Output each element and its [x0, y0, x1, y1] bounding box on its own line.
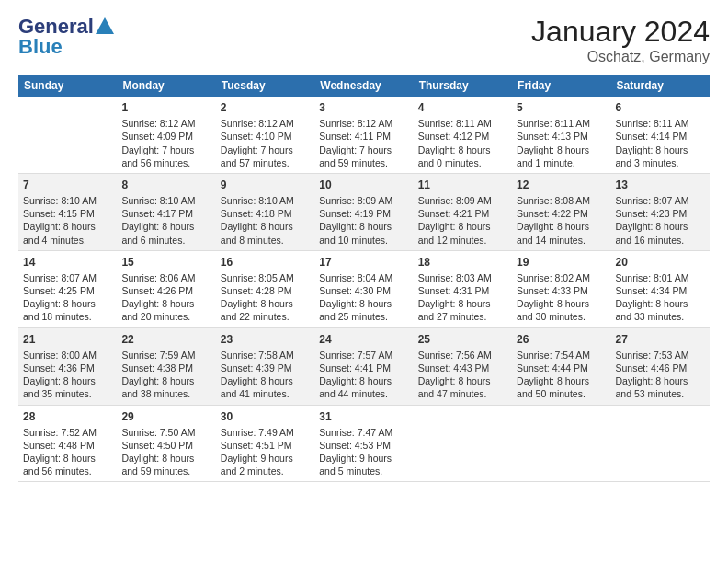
day-info: Sunrise: 8:12 AMSunset: 4:09 PMDaylight:…: [121, 117, 210, 169]
day-info: Sunrise: 8:10 AMSunset: 4:15 PMDaylight:…: [23, 194, 112, 247]
calendar-cell: [18, 97, 117, 173]
day-info: Sunrise: 7:57 AMSunset: 4:41 PMDaylight:…: [319, 349, 408, 401]
day-number: 6: [616, 100, 705, 115]
day-info: Sunrise: 8:02 AMSunset: 4:33 PMDaylight:…: [517, 271, 606, 324]
day-number: 16: [221, 255, 310, 270]
calendar-cell: 23Sunrise: 7:58 AMSunset: 4:39 PMDayligh…: [216, 327, 314, 405]
day-info: Sunrise: 8:10 AMSunset: 4:17 PMDaylight:…: [121, 194, 210, 247]
day-info: Sunrise: 8:06 AMSunset: 4:26 PMDaylight:…: [121, 271, 210, 324]
day-number: 10: [319, 178, 408, 192]
day-number: 19: [517, 255, 606, 270]
day-number: 23: [221, 332, 310, 347]
day-info: Sunrise: 7:52 AMSunset: 4:48 PMDaylight:…: [23, 426, 112, 478]
day-number: 4: [418, 100, 507, 115]
calendar-cell: 2Sunrise: 8:12 AMSunset: 4:10 PMDaylight…: [216, 97, 314, 173]
day-number: 24: [319, 332, 408, 347]
day-number: 8: [121, 178, 210, 192]
week-row-1: 1Sunrise: 8:12 AMSunset: 4:09 PMDaylight…: [18, 97, 710, 173]
logo-blue: Blue: [18, 35, 63, 59]
day-info: Sunrise: 8:09 AMSunset: 4:21 PMDaylight:…: [418, 194, 507, 247]
calendar-cell: 13Sunrise: 8:07 AMSunset: 4:23 PMDayligh…: [611, 173, 710, 250]
day-number: 26: [517, 332, 606, 347]
week-row-2: 7Sunrise: 8:10 AMSunset: 4:15 PMDaylight…: [18, 173, 710, 250]
day-info: Sunrise: 7:49 AMSunset: 4:51 PMDaylight:…: [221, 426, 310, 478]
calendar-cell: 29Sunrise: 7:50 AMSunset: 4:50 PMDayligh…: [117, 405, 215, 482]
week-row-3: 14Sunrise: 8:07 AMSunset: 4:25 PMDayligh…: [18, 250, 710, 327]
day-number: 12: [517, 178, 606, 192]
day-info: Sunrise: 8:01 AMSunset: 4:34 PMDaylight:…: [616, 271, 705, 324]
calendar-cell: 3Sunrise: 8:12 AMSunset: 4:11 PMDaylight…: [314, 97, 413, 173]
calendar-cell: 1Sunrise: 8:12 AMSunset: 4:09 PMDaylight…: [117, 97, 215, 173]
day-info: Sunrise: 8:11 AMSunset: 4:14 PMDaylight:…: [616, 117, 705, 169]
month-title: January 2024: [531, 15, 710, 49]
day-number: 22: [121, 332, 210, 347]
title-block: January 2024 Oschatz, Germany: [531, 15, 710, 65]
location: Oschatz, Germany: [531, 49, 710, 65]
calendar-cell: 22Sunrise: 7:59 AMSunset: 4:38 PMDayligh…: [117, 327, 215, 405]
column-header-wednesday: Wednesday: [314, 75, 413, 97]
day-number: 17: [319, 255, 408, 270]
day-number: 2: [221, 100, 310, 115]
calendar-cell: [512, 405, 610, 482]
calendar-cell: 17Sunrise: 8:04 AMSunset: 4:30 PMDayligh…: [314, 250, 413, 327]
day-info: Sunrise: 7:54 AMSunset: 4:44 PMDaylight:…: [517, 349, 606, 401]
column-header-thursday: Thursday: [414, 75, 512, 97]
day-info: Sunrise: 8:08 AMSunset: 4:22 PMDaylight:…: [517, 194, 606, 247]
calendar-cell: [414, 405, 512, 482]
day-number: 9: [221, 178, 310, 192]
day-number: 21: [23, 332, 112, 347]
calendar-cell: 21Sunrise: 8:00 AMSunset: 4:36 PMDayligh…: [18, 327, 117, 405]
day-number: 28: [23, 409, 112, 424]
day-number: 13: [616, 178, 705, 192]
calendar-cell: 11Sunrise: 8:09 AMSunset: 4:21 PMDayligh…: [414, 173, 512, 250]
day-number: 20: [616, 255, 705, 270]
week-row-5: 28Sunrise: 7:52 AMSunset: 4:48 PMDayligh…: [18, 405, 710, 482]
column-header-tuesday: Tuesday: [216, 75, 314, 97]
calendar-cell: [611, 405, 710, 482]
calendar-cell: 5Sunrise: 8:11 AMSunset: 4:13 PMDaylight…: [512, 97, 610, 173]
calendar-cell: 31Sunrise: 7:47 AMSunset: 4:53 PMDayligh…: [314, 405, 413, 482]
day-info: Sunrise: 7:50 AMSunset: 4:50 PMDaylight:…: [121, 426, 210, 478]
logo: General Blue: [18, 15, 114, 59]
calendar-cell: 26Sunrise: 7:54 AMSunset: 4:44 PMDayligh…: [512, 327, 610, 405]
day-info: Sunrise: 8:12 AMSunset: 4:10 PMDaylight:…: [221, 117, 310, 169]
calendar-cell: 30Sunrise: 7:49 AMSunset: 4:51 PMDayligh…: [216, 405, 314, 482]
day-info: Sunrise: 8:09 AMSunset: 4:19 PMDaylight:…: [319, 194, 408, 247]
calendar-cell: 20Sunrise: 8:01 AMSunset: 4:34 PMDayligh…: [611, 250, 710, 327]
day-number: 3: [319, 100, 408, 115]
day-number: 11: [418, 178, 507, 192]
calendar-cell: 16Sunrise: 8:05 AMSunset: 4:28 PMDayligh…: [216, 250, 314, 327]
column-header-monday: Monday: [117, 75, 215, 97]
day-number: 1: [121, 100, 210, 115]
day-info: Sunrise: 7:59 AMSunset: 4:38 PMDaylight:…: [121, 349, 210, 401]
day-number: 29: [121, 409, 210, 424]
calendar-cell: 4Sunrise: 8:11 AMSunset: 4:12 PMDaylight…: [414, 97, 512, 173]
calendar-cell: 9Sunrise: 8:10 AMSunset: 4:18 PMDaylight…: [216, 173, 314, 250]
day-info: Sunrise: 8:03 AMSunset: 4:31 PMDaylight:…: [418, 271, 507, 324]
calendar-cell: 15Sunrise: 8:06 AMSunset: 4:26 PMDayligh…: [117, 250, 215, 327]
day-info: Sunrise: 8:07 AMSunset: 4:25 PMDaylight:…: [23, 271, 112, 324]
calendar-table: SundayMondayTuesdayWednesdayThursdayFrid…: [18, 75, 710, 482]
calendar-cell: 10Sunrise: 8:09 AMSunset: 4:19 PMDayligh…: [314, 173, 413, 250]
column-header-saturday: Saturday: [611, 75, 710, 97]
day-number: 31: [319, 409, 408, 424]
header: General Blue January 2024 Oschatz, Germa…: [18, 15, 710, 65]
calendar-cell: 7Sunrise: 8:10 AMSunset: 4:15 PMDaylight…: [18, 173, 117, 250]
day-info: Sunrise: 8:11 AMSunset: 4:12 PMDaylight:…: [418, 117, 507, 169]
calendar-cell: 8Sunrise: 8:10 AMSunset: 4:17 PMDaylight…: [117, 173, 215, 250]
calendar-cell: 19Sunrise: 8:02 AMSunset: 4:33 PMDayligh…: [512, 250, 610, 327]
calendar-cell: 14Sunrise: 8:07 AMSunset: 4:25 PMDayligh…: [18, 250, 117, 327]
day-number: 27: [616, 332, 705, 347]
logo-triangle-icon: [96, 17, 114, 34]
day-info: Sunrise: 8:00 AMSunset: 4:36 PMDaylight:…: [23, 349, 112, 401]
week-row-4: 21Sunrise: 8:00 AMSunset: 4:36 PMDayligh…: [18, 327, 710, 405]
column-header-sunday: Sunday: [18, 75, 117, 97]
day-info: Sunrise: 8:12 AMSunset: 4:11 PMDaylight:…: [319, 117, 408, 169]
day-info: Sunrise: 7:56 AMSunset: 4:43 PMDaylight:…: [418, 349, 507, 401]
day-number: 5: [517, 100, 606, 115]
day-info: Sunrise: 8:07 AMSunset: 4:23 PMDaylight:…: [616, 194, 705, 247]
day-number: 30: [221, 409, 310, 424]
day-number: 15: [121, 255, 210, 270]
calendar-cell: 25Sunrise: 7:56 AMSunset: 4:43 PMDayligh…: [414, 327, 512, 405]
page: General Blue January 2024 Oschatz, Germa…: [0, 0, 728, 491]
